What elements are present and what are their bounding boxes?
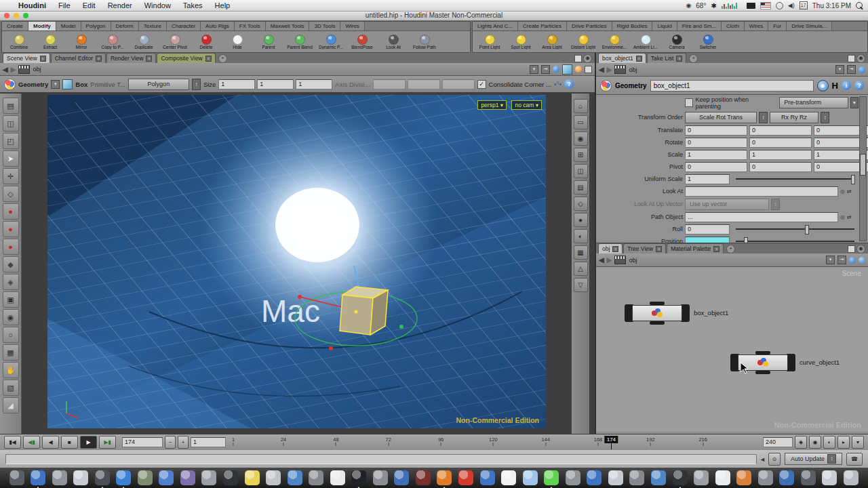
dock-app-icon[interactable]: [437, 470, 452, 485]
dock-app-icon[interactable]: [844, 470, 859, 485]
frame-increment-button[interactable]: +: [178, 436, 189, 449]
calendar-icon[interactable]: 17: [800, 1, 808, 9]
close-tab-icon[interactable]: x: [205, 56, 212, 62]
position-slider[interactable]: [736, 241, 854, 242]
snap-cube-icon[interactable]: [562, 64, 572, 75]
weather-icon[interactable]: ✱: [711, 2, 716, 9]
context-dropdown-icon[interactable]: ▾: [51, 80, 60, 89]
dock-app-icon[interactable]: [351, 470, 366, 485]
view-control-icon[interactable]: ▭: [574, 115, 588, 129]
shelf-tool[interactable]: Camera: [661, 34, 692, 49]
position-field[interactable]: ...: [685, 237, 730, 244]
dock-app-icon[interactable]: [673, 470, 688, 485]
axis-field[interactable]: [408, 79, 440, 89]
dock-app-icon[interactable]: [309, 470, 323, 485]
polygon-mode-dropdown[interactable]: Polygon: [128, 79, 189, 90]
scene-context-icon[interactable]: [18, 65, 30, 74]
dock-app-icon[interactable]: [416, 470, 431, 485]
shelf-tab[interactable]: Liquid: [652, 22, 677, 30]
viewport-tool-icon[interactable]: ▦: [3, 344, 19, 361]
view-control-icon[interactable]: ◉: [574, 131, 588, 146]
current-frame-marker[interactable]: 174: [605, 436, 618, 443]
viewport-tool-icon[interactable]: ◫: [3, 115, 19, 131]
look-at-field[interactable]: [685, 186, 838, 197]
param-value-field[interactable]: 0: [685, 162, 747, 172]
step-mode-button[interactable]: ▸: [837, 436, 850, 449]
viewport-tool-icon[interactable]: ●: [3, 221, 19, 237]
loop-mode-button[interactable]: ◉: [809, 436, 821, 449]
shelf-tool[interactable]: Delete: [191, 34, 222, 49]
dock-app-icon[interactable]: [480, 470, 495, 485]
pane-menu-icon[interactable]: ◉: [583, 54, 592, 63]
menu-item-render[interactable]: Render: [102, 0, 138, 11]
network-node[interactable]: box_object1: [625, 304, 690, 322]
shelf-tool[interactable]: Ambient Li...: [630, 34, 661, 49]
shelf-tab[interactable]: Deform: [111, 22, 139, 30]
window-titlebar[interactable]: untitled.hip - Houdini Master Non-Commer…: [0, 11, 868, 21]
param-value-field[interactable]: 0: [685, 125, 747, 136]
dock-app-icon[interactable]: [9, 470, 24, 485]
params-nav-back-icon[interactable]: ◀: [599, 66, 604, 73]
rotate-order-dropdown[interactable]: Rx Ry Rz: [770, 112, 818, 123]
shelf-tool[interactable]: Look At: [378, 34, 409, 49]
shelf-tool[interactable]: Duplicate: [128, 34, 159, 49]
shelf-tab[interactable]: Wires: [340, 22, 364, 30]
rotate-order-stepper[interactable]: ↕: [821, 112, 829, 123]
shelf-tool[interactable]: Follow Path: [409, 34, 440, 49]
orange-ball-icon[interactable]: [575, 66, 582, 73]
roll-field[interactable]: 0: [685, 224, 730, 235]
right-pane-path[interactable]: obj: [629, 66, 637, 73]
viewport-tool-icon[interactable]: ◉: [3, 309, 19, 325]
shelf-tab[interactable]: Fire and Sm...: [677, 22, 722, 30]
shelf-tool[interactable]: Extract: [35, 34, 66, 49]
battery-icon[interactable]: [776, 2, 783, 9]
shelf-tool[interactable]: Point Light: [474, 34, 505, 49]
node-help-icon[interactable]: ?: [854, 81, 864, 90]
dock-app-icon[interactable]: [651, 470, 666, 485]
realtime-toggle-button[interactable]: ◐: [823, 436, 835, 449]
volume-icon[interactable]: ◀): [788, 2, 795, 9]
view-control-icon[interactable]: ▤: [574, 180, 588, 195]
shelf-tab[interactable]: Character: [167, 22, 201, 30]
dock-app-icon[interactable]: [458, 470, 473, 485]
view-control-icon[interactable]: △: [574, 262, 588, 276]
shelf-tool[interactable]: Spot Light: [505, 34, 536, 49]
params-path-dropdown-icon[interactable]: ▾: [835, 65, 844, 74]
houdini-h-button[interactable]: H: [832, 81, 838, 91]
left-pane-path[interactable]: obj: [33, 66, 41, 73]
add-pane-tab-button-left[interactable]: +: [218, 54, 227, 63]
frame-decrement-button[interactable]: −: [165, 436, 176, 449]
memory-icon[interactable]: ◂: [761, 455, 764, 463]
current-frame-field[interactable]: 174: [122, 437, 163, 447]
params-nav-forward-icon[interactable]: ▶: [607, 66, 612, 73]
shelf-tool[interactable]: Center Pivot: [159, 34, 191, 49]
param-value-field[interactable]: 0: [749, 125, 812, 136]
scene-viewport[interactable]: Mac persp1 ▾ no cam ▾ Non-Commercial Edi…: [47, 95, 546, 428]
shelf-tool[interactable]: Environme...: [599, 34, 630, 49]
path-object-field[interactable]: ...: [685, 212, 838, 222]
menu-item-takes[interactable]: Takes: [177, 0, 209, 11]
viewport-tool-icon[interactable]: ●: [3, 239, 19, 255]
shelf-tab[interactable]: Lights And C...: [473, 22, 518, 30]
dock-app-icon[interactable]: [95, 470, 110, 485]
look-up-vector-stepper[interactable]: ↕: [771, 199, 780, 210]
network-nav-forward-icon[interactable]: ▶: [607, 256, 612, 264]
viewport-tool-icon[interactable]: ◈: [3, 274, 19, 290]
menu-item-help[interactable]: Help: [209, 0, 237, 11]
axis-field[interactable]: [442, 79, 475, 89]
shelf-tool[interactable]: Parent Blend: [284, 34, 315, 49]
dock-app-icon[interactable]: [223, 470, 238, 485]
shelf-tab[interactable]: Create Particles: [518, 22, 567, 30]
dock-app-icon[interactable]: [501, 470, 516, 485]
display-options-icon[interactable]: [585, 66, 592, 73]
pane-tab[interactable]: objx: [598, 243, 623, 253]
link-blue-icon[interactable]: [553, 66, 559, 73]
pane-tab[interactable]: Tree Viewx: [623, 243, 666, 253]
close-tab-icon[interactable]: x: [636, 56, 642, 62]
viewport-tool-icon[interactable]: ▧: [3, 380, 19, 396]
params-pin-icon[interactable]: ⇥: [847, 65, 856, 74]
dock-app-icon[interactable]: [629, 470, 644, 485]
nav-forward-icon[interactable]: ▶: [11, 66, 16, 73]
display-flag-button[interactable]: ◉: [817, 80, 829, 92]
params-scrollbar[interactable]: [859, 96, 867, 241]
